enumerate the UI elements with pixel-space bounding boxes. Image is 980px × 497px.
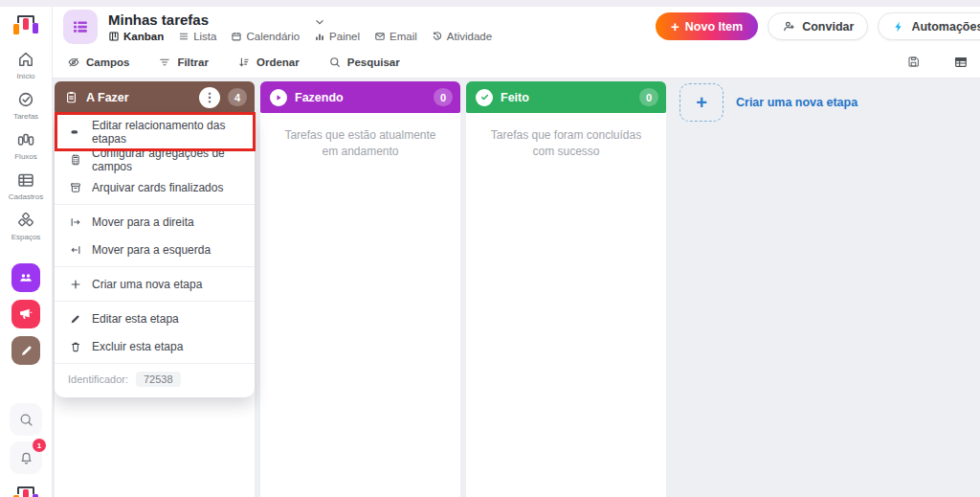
megaphone-app-button[interactable] [11, 300, 40, 328]
search-icon [328, 56, 342, 69]
tab-atividade[interactable]: Atividade [432, 31, 492, 42]
column-description: Tarefas que estão atualmente em andament… [276, 127, 446, 161]
card-count-badge: 0 [639, 88, 658, 106]
pencil-icon [68, 312, 82, 326]
sidebar-item-label: Cadastros [9, 192, 43, 201]
column-name: Feito [501, 91, 632, 104]
person-plus-icon [782, 19, 796, 34]
notifications-button[interactable]: 1 [10, 441, 42, 474]
calculator-icon [68, 153, 82, 167]
sidebar-item-tarefas[interactable]: Tarefas [2, 89, 50, 121]
sidebar-item-espacos[interactable]: Espaços [2, 210, 50, 241]
tab-calendario[interactable]: Calendário [231, 31, 300, 42]
brand-logo[interactable] [12, 14, 39, 37]
tab-kanban[interactable]: Kanban [108, 31, 164, 42]
sidebar-item-inicio[interactable]: Início [2, 49, 50, 80]
page-header: Minhas tarefas Kanban Lista Calendário P… [53, 7, 980, 46]
sidebar: Início Tarefas Fluxos Cadastros [0, 7, 53, 497]
brand-logo-partial [12, 486, 39, 497]
column-name: A Fazer [86, 91, 191, 104]
board-type-icon[interactable] [63, 10, 98, 44]
move-left-icon [68, 243, 82, 257]
column-header-feito[interactable]: Feito 0 [466, 81, 666, 113]
card-count-badge: 4 [228, 88, 247, 106]
column-name: Fazendo [295, 91, 426, 104]
kebab-menu-button[interactable]: ⋮ [199, 87, 220, 108]
invite-button[interactable]: Convidar [768, 12, 868, 40]
filter-icon [158, 56, 171, 69]
people-icon [18, 270, 33, 285]
bell-icon [18, 450, 34, 466]
pen-icon [19, 344, 33, 358]
sidebar-item-label: Fluxos [14, 152, 37, 161]
menu-divider [55, 266, 255, 267]
history-icon [432, 31, 443, 42]
calendar-icon [231, 31, 242, 42]
archive-icon [68, 181, 82, 194]
create-stage-zone: + Criar uma nova etapa [679, 81, 858, 497]
menu-item-configurar-agregacoes[interactable]: Configurar agregações de campos [55, 146, 255, 173]
menu-item-editar-etapa[interactable]: Editar esta etapa [55, 305, 255, 332]
new-item-button[interactable]: + Novo Item [656, 12, 758, 40]
menu-item-editar-relacionamento[interactable]: Editar relacionamento das etapas [55, 118, 255, 146]
header-actions: + Novo Item Convidar Automações Agentes [656, 12, 980, 40]
pipes-icon [15, 129, 36, 150]
column-body: Tarefas que foram concluídas com sucesso [466, 113, 666, 497]
create-stage-button[interactable]: + [679, 83, 724, 122]
email-icon [374, 31, 386, 42]
menu-item-criar-etapa[interactable]: Criar uma nova etapa [55, 270, 255, 298]
column-context-menu: Editar relacionamento das etapas Configu… [55, 113, 255, 397]
menu-item-excluir-etapa[interactable]: Excluir esta etapa [55, 332, 255, 360]
check-icon [476, 89, 493, 106]
sort-button[interactable]: Ordenar [237, 56, 300, 69]
chevron-down-icon[interactable] [313, 15, 326, 29]
window-top-strip [0, 0, 980, 7]
column-body: Tarefas que estão atualmente em andament… [260, 113, 460, 497]
sidebar-item-cadastros[interactable]: Cadastros [2, 169, 50, 201]
pen-app-button[interactable] [11, 336, 40, 365]
eye-off-icon [67, 56, 80, 69]
relationship-pill-icon [68, 125, 82, 139]
column-a-fazer: A Fazer ⋮ 4 Editar relacionamento das et… [55, 81, 255, 497]
column-feito: Feito 0 Tarefas que foram concluídas com… [466, 81, 666, 497]
column-description: Tarefas que foram concluídas com sucesso [481, 127, 652, 161]
kanban-list-icon [71, 17, 90, 36]
filter-button[interactable]: Filtrar [158, 56, 209, 69]
plus-icon: + [696, 92, 707, 114]
menu-item-mover-esquerda[interactable]: Mover para a esquerda [55, 236, 255, 263]
menu-item-arquivar-cards[interactable]: Arquivar cards finalizados [55, 173, 255, 201]
app-window: Início Tarefas Fluxos Cadastros [0, 0, 980, 497]
identifier-label: Identificador: [68, 373, 128, 385]
menu-item-mover-direita[interactable]: Mover para a direita [55, 208, 255, 236]
board-toolbar: Campos Filtrar Ordenar Pesquisar [53, 46, 980, 79]
tab-lista[interactable]: Lista [178, 31, 216, 42]
sort-icon [237, 56, 251, 69]
save-view-icon[interactable] [906, 55, 921, 69]
menu-footer: Identificador: 72538 [55, 363, 255, 395]
bar-chart-icon [314, 31, 325, 42]
tab-painel[interactable]: Painel [314, 31, 360, 42]
create-stage-label[interactable]: Criar uma nova etapa [736, 96, 858, 109]
tab-email[interactable]: Email [374, 31, 417, 42]
plus-icon: + [671, 19, 679, 34]
fields-button[interactable]: Campos [67, 56, 129, 69]
menu-divider [55, 301, 255, 302]
sidebar-nav: Início Tarefas Fluxos Cadastros [2, 49, 50, 250]
plus-icon [68, 278, 82, 291]
page-title: Minhas tarefas [108, 11, 209, 28]
automations-button[interactable]: Automações [878, 12, 980, 40]
table-view-icon[interactable] [953, 55, 969, 70]
play-icon [270, 89, 287, 106]
list-icon [178, 31, 189, 42]
column-header-fazendo[interactable]: Fazendo 0 [260, 81, 460, 113]
search-button[interactable]: Pesquisar [328, 56, 400, 69]
identifier-value: 72538 [136, 372, 181, 387]
people-app-button[interactable] [11, 263, 40, 292]
sidebar-item-fluxos[interactable]: Fluxos [2, 129, 50, 161]
sidebar-item-label: Início [16, 72, 34, 80]
column-header-a-fazer[interactable]: A Fazer ⋮ 4 [55, 81, 255, 113]
sidebar-search-button[interactable] [10, 403, 42, 436]
kanban-icon [108, 31, 120, 42]
card-count-badge: 0 [434, 88, 453, 106]
column-fazendo: Fazendo 0 Tarefas que estão atualmente e… [260, 81, 460, 497]
